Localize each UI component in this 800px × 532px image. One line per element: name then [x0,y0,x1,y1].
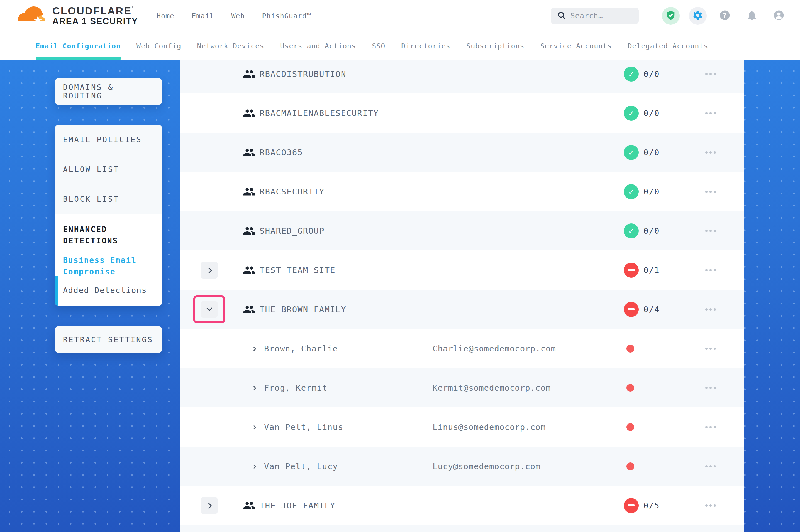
chevron-down-icon [206,305,212,311]
row-menu-button[interactable] [703,187,718,197]
sidebar-item-enhanced-detections[interactable]: ENHANCED DETECTIONS [63,224,154,247]
member-name: Van Pelt, Linus [264,422,343,432]
group-icon [243,500,256,511]
tab-sso[interactable]: SSO [372,32,385,60]
sidebar-item-business-email-compromise[interactable]: Business Email Compromise [63,255,154,278]
logo-title: CLOUDFLARE’ [52,5,138,17]
row-menu-button[interactable] [703,226,718,236]
group-name: THE BROWN FAMILY [260,305,346,314]
sidebar-item-retract-settings[interactable]: RETRACT SETTINGS [55,326,162,353]
group-name: THE JOE FAMILY [260,501,335,510]
expand-member-button[interactable] [253,386,264,389]
svg-text:?: ? [723,12,727,19]
group-icon [243,186,256,197]
nav-email[interactable]: Email [192,12,214,20]
chevron-right-icon [206,503,212,509]
sidebar-item-label: RETRACT SETTINGS [63,335,153,344]
tab-web-config[interactable]: Web Config [137,32,181,60]
sidebar-policies-card: EMAIL POLICIES ALLOW LIST BLOCK LIST ENH… [55,125,162,306]
sidebar-item-label: BLOCK LIST [63,195,120,203]
account-button[interactable] [770,7,788,25]
tab-delegated-accounts[interactable]: Delegated Accounts [628,32,708,60]
group-name: RBACSECURITY [260,187,325,196]
row-menu-button[interactable] [703,500,718,511]
expand-member-button[interactable] [253,347,264,350]
tab-network-devices[interactable]: Network Devices [197,32,264,60]
member-name: Van Pelt, Lucy [264,462,338,471]
sidebar-item-block-list[interactable]: BLOCK LIST [55,184,162,214]
row-menu-button[interactable] [703,148,718,157]
notifications-button[interactable] [743,7,761,25]
group-name: RBACDISTRUBUTION [260,69,346,79]
status-dot-blocked [626,384,634,392]
help-button[interactable]: ? [716,7,734,25]
table-row-member: Van Pelt, Linus Linus@somedemocorp.com [180,407,744,446]
member-email: Lucy@somedemocorp.com [433,462,541,471]
status-badge-ok: ✓ [624,224,639,239]
cloudflare-logo[interactable]: CLOUDFLARE’ AREA 1 SECURITY [16,4,138,27]
table-row-group: RBACO365 ✓ 0/0 [180,133,744,172]
active-item-indicator [55,276,58,306]
sidebar-item-allow-list[interactable]: ALLOW LIST [55,154,162,184]
status-dot-blocked [626,345,634,353]
expand-member-button[interactable] [253,465,264,468]
member-count: 0/0 [643,69,660,79]
group-icon [243,225,256,236]
nav-web[interactable]: Web [231,12,244,20]
groups-table: RBACDISTRUBUTION ✓ 0/0 RBACMAILENABLESEC… [180,60,744,532]
search-box[interactable] [551,7,639,24]
member-count: 0/0 [643,187,660,196]
group-icon [243,69,256,80]
sidebar: DOMAINS & ROUTING EMAIL POLICIES ALLOW L… [55,78,162,353]
nav-phishguard[interactable]: PhishGuard™ [262,12,311,20]
row-menu-button[interactable] [703,461,718,471]
group-name: SHARED_GROUP [260,226,325,236]
chevron-right-icon [252,386,256,391]
sidebar-item-domains-routing[interactable]: DOMAINS & ROUTING [55,78,162,105]
row-menu-button[interactable] [703,422,718,432]
user-avatar-icon [773,9,785,22]
sidebar-item-label: EMAIL POLICIES [63,135,142,144]
tab-subscriptions[interactable]: Subscriptions [466,32,525,60]
row-menu-button[interactable] [703,108,718,118]
table-row-member: Van Pelt, Lucy Lucy@somedemocorp.com [180,446,744,486]
help-icon: ? [719,9,731,22]
bell-icon [746,10,758,22]
settings-button[interactable] [689,7,707,25]
top-header: CLOUDFLARE’ AREA 1 SECURITY Home Email W… [0,0,800,32]
table-row-group: SHARED_GROUP ✓ 0/0 [180,211,744,250]
member-count: 0/0 [643,226,660,236]
sidebar-item-added-detections[interactable]: Added Detections [63,286,154,295]
chevron-right-icon [252,347,256,351]
row-menu-button[interactable] [703,265,718,275]
cloudflare-cloud-icon [16,4,50,27]
screen: CLOUDFLARE’ AREA 1 SECURITY Home Email W… [0,0,800,532]
row-menu-button[interactable] [703,69,718,79]
table-row-group: RBACDISTRUBUTION ✓ 0/0 [180,60,744,94]
search-input[interactable] [570,12,633,20]
expand-row-button[interactable] [201,497,218,514]
sidebar-item-label: ALLOW LIST [63,165,120,174]
security-status-button[interactable] [662,7,680,25]
tab-directories[interactable]: Directories [401,32,450,60]
member-name: Frog, Kermit [264,383,328,393]
nav-home[interactable]: Home [157,12,175,20]
row-menu-button[interactable] [703,304,718,315]
tab-users-and-actions[interactable]: Users and Actions [280,32,356,60]
row-menu-button[interactable] [703,344,718,354]
tab-service-accounts[interactable]: Service Accounts [540,32,612,60]
collapse-row-button[interactable] [201,301,218,318]
member-email: Linus@somedemocorp.com [433,422,546,432]
expand-row-button[interactable] [201,262,218,279]
member-email: Kermit@somedemocorp.com [433,383,551,393]
row-menu-button[interactable] [703,383,718,393]
tab-email-configuration[interactable]: Email Configuration [36,32,121,60]
expand-member-button[interactable] [253,425,264,429]
member-count: 0/5 [643,501,660,510]
shield-check-icon [666,10,676,22]
sidebar-item-email-policies[interactable]: EMAIL POLICIES [55,125,162,154]
member-count: 0/0 [643,109,660,118]
status-badge-ok: ✓ [624,106,639,121]
group-icon [243,147,256,158]
status-badge-blocked [624,263,639,278]
